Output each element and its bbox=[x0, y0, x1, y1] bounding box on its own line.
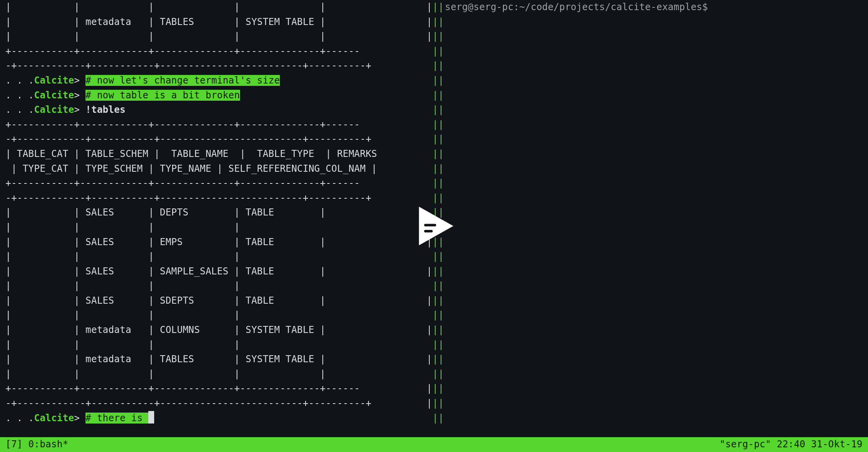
table-row: | | | | bbox=[5, 222, 240, 233]
status-right: "serg-pc" 22:40 31-Okt-19 bbox=[720, 437, 863, 452]
prompt-calcite: Calcite bbox=[34, 413, 74, 424]
table-header: | TYPE_CAT | TYPE_SCHEM | TYPE_NAME | SE… bbox=[5, 163, 377, 174]
table-row: | | | | | bbox=[5, 368, 326, 379]
prompt-dots: . . . bbox=[5, 104, 34, 115]
prompt-dots: . . . bbox=[5, 413, 34, 424]
svg-marker-0 bbox=[419, 207, 454, 246]
prompt-calcite: Calcite bbox=[34, 75, 74, 86]
table-row: | | metadata | TABLES | SYSTEM TABLE | bbox=[5, 354, 326, 365]
prompt-calcite: Calcite bbox=[34, 104, 74, 115]
table-separator: +-----------+------------+--------------… bbox=[5, 383, 360, 394]
play-icon bbox=[413, 205, 455, 247]
prompt-dots: . . . bbox=[5, 75, 34, 86]
cursor-icon bbox=[148, 411, 154, 424]
table-row: | | | | | bbox=[5, 31, 326, 42]
left-pane[interactable]: | | | | | | | metadata | TABLES | SYSTEM… bbox=[5, 0, 436, 425]
table-header: | TABLE_CAT | TABLE_SCHEM | TABLE_NAME |… bbox=[5, 148, 377, 159]
table-separator: +-----------+------------+--------------… bbox=[5, 119, 360, 130]
tmux-status-bar: [7] 0:bash* "serg-pc" 22:40 31-Okt-19 bbox=[0, 437, 868, 452]
command-tables: !tables bbox=[85, 104, 126, 115]
table-row: | | SALES | SAMPLE_SALES | TABLE | bbox=[5, 266, 326, 277]
prompt-dots: . . . bbox=[5, 90, 34, 101]
play-button[interactable] bbox=[413, 205, 455, 247]
comment-line: # now let's change terminal's size bbox=[85, 75, 280, 86]
table-row: | | metadata | TABLES | SYSTEM TABLE | bbox=[5, 16, 326, 27]
table-row: | | | | bbox=[5, 310, 240, 320]
table-separator: +-----------+------------+--------------… bbox=[5, 178, 360, 189]
table-separator: -+------------+-----------+-------------… bbox=[5, 192, 372, 203]
table-row: | | metadata | COLUMNS | SYSTEM TABLE | bbox=[5, 324, 326, 335]
prompt-calcite: Calcite bbox=[34, 90, 74, 101]
table-row: | | SALES | SDEPTS | TABLE | bbox=[5, 295, 326, 306]
right-pane[interactable]: serg@serg-pc:~/code/projects/calcite-exa… bbox=[445, 0, 863, 15]
table-row: | | SALES | DEPTS | TABLE | bbox=[5, 207, 326, 218]
shell-prompt: serg@serg-pc:~/code/projects/calcite-exa… bbox=[445, 2, 708, 12]
table-row: | | | | bbox=[5, 251, 240, 262]
table-row: | | | | bbox=[5, 280, 240, 291]
table-separator: -+------------+-----------+-------------… bbox=[5, 398, 372, 409]
table-row: | | SALES | EMPS | TABLE | bbox=[5, 237, 326, 247]
table-separator: -+------------+-----------+-------------… bbox=[5, 133, 372, 144]
comment-line: # now table is a bit broken bbox=[85, 90, 240, 101]
table-separator: -+------------+-----------+-------------… bbox=[5, 60, 372, 71]
table-row: | | | | bbox=[5, 339, 240, 350]
table-row: | | | | | bbox=[5, 2, 326, 12]
table-separator: +-----------+------------+--------------… bbox=[5, 46, 360, 57]
comment-line: # there is bbox=[85, 413, 148, 424]
status-left: [7] 0:bash* bbox=[5, 437, 68, 452]
